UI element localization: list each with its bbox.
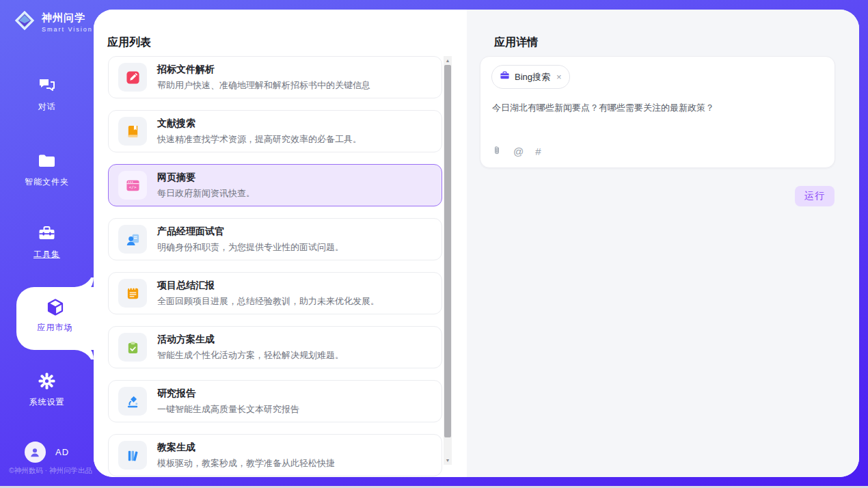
- sidebar-item-label: 应用市场: [38, 323, 73, 332]
- brand-logo: 神州问学 Smart Vision: [12, 8, 93, 36]
- app-card-web-summary[interactable]: </> 网页摘要 每日政府新闻资讯快查。: [108, 164, 442, 206]
- app-card-desc: 模板驱动，教案秒成，教学准备从此轻松快捷: [157, 457, 335, 470]
- brand-subtitle: Smart Vision: [42, 26, 93, 33]
- user-initials: AD: [55, 447, 69, 457]
- brand-name: 神州问学: [42, 12, 93, 25]
- app-card-bid-parse[interactable]: 招标文件解析 帮助用户快速、准确地理解和解析招标书中的关键信息: [108, 56, 442, 98]
- app-list-panel: 应用列表 招标文件解析 帮助用户快速、准确地理解和解析招标书中的关键信息: [94, 10, 467, 477]
- run-button[interactable]: 运行: [795, 186, 835, 206]
- attachment-toolbar: @ #: [492, 145, 541, 158]
- sidebar-item-label: 工具集: [33, 249, 60, 259]
- paperclip-icon[interactable]: [492, 145, 502, 158]
- app-card-title: 活动方案生成: [157, 334, 344, 346]
- app-list-title: 应用列表: [107, 36, 151, 50]
- app-detail-title: 应用详情: [494, 36, 538, 50]
- toolbox-icon: [38, 224, 56, 243]
- close-icon[interactable]: ×: [556, 72, 562, 81]
- app-card-pm-interviewer[interactable]: 产品经理面试官 明确身份和职责，为您提供专业性的面试问题。: [108, 218, 442, 260]
- book-icon: [118, 117, 147, 146]
- browser-code-icon: </>: [118, 171, 147, 200]
- app-card-title: 产品经理面试官: [157, 226, 344, 238]
- app-card-event-plan[interactable]: 活动方案生成 智能生成个性化活动方案，轻松解决规划难题。: [108, 326, 442, 368]
- app-card-title: 教案生成: [157, 442, 335, 454]
- app-card-desc: 全面回顾项目进展，总结经验教训，助力未来优化发展。: [157, 295, 379, 308]
- chat-icon: [38, 77, 56, 95]
- sidebar-item-settings[interactable]: 系统设置: [0, 372, 94, 408]
- scroll-up-arrow-icon[interactable]: ▲: [444, 56, 452, 65]
- app-card-title: 文献搜索: [157, 118, 362, 130]
- sidebar-item-toolset[interactable]: 工具集: [0, 224, 94, 260]
- app-card-desc: 快速精准查找学术资源，提高研究效率的必备工具。: [157, 133, 362, 146]
- doc-pen-icon: [118, 63, 147, 92]
- sidebar-item-label: 系统设置: [29, 397, 65, 407]
- app-card-title: 招标文件解析: [157, 64, 370, 76]
- app-window: 神州问学 Smart Vision 对话 智能文件夹: [0, 0, 868, 488]
- at-mention-icon[interactable]: @: [513, 146, 524, 157]
- main-content: 应用列表 招标文件解析 帮助用户快速、准确地理解和解析招标书中的关键信息: [94, 10, 859, 477]
- microscope-icon: [118, 387, 147, 416]
- hashtag-icon[interactable]: #: [535, 146, 541, 157]
- svg-text:</>: </>: [128, 185, 136, 189]
- prompt-card: Bing搜索 × 今日湖北有哪些新闻要点？有哪些需要关注的最新政策？ @ #: [480, 56, 835, 168]
- app-card-title: 网页摘要: [157, 172, 255, 184]
- folder-icon: [38, 152, 56, 170]
- user-account[interactable]: AD: [0, 442, 94, 463]
- app-card-title: 研究报告: [157, 388, 299, 400]
- copyright-footer: ©神州数码 · 神州问学出品: [0, 466, 101, 476]
- clipboard-check-icon: [118, 333, 147, 362]
- app-card-title: 项目总结汇报: [157, 280, 379, 292]
- prompt-input[interactable]: 今日湖北有哪些新闻要点？有哪些需要关注的最新政策？: [492, 102, 820, 114]
- sidebar-item-label: 对话: [38, 102, 56, 111]
- app-card-project-summary[interactable]: 项目总结汇报 全面回顾项目进展，总结经验教训，助力未来优化发展。: [108, 272, 442, 314]
- sidebar-item-app-market[interactable]: 应用市场: [16, 287, 94, 350]
- person-doc-icon: [118, 225, 147, 254]
- sidebar-item-smart-folder[interactable]: 智能文件夹: [0, 152, 94, 188]
- gear-icon: [38, 372, 56, 390]
- tool-chip-label: Bing搜索: [515, 71, 550, 83]
- app-card-desc: 明确身份和职责，为您提供专业性的面试问题。: [157, 241, 344, 254]
- tool-chip-bing-search[interactable]: Bing搜索 ×: [491, 65, 570, 89]
- cube-icon: [45, 297, 66, 318]
- app-card-list: 招标文件解析 帮助用户快速、准确地理解和解析招标书中的关键信息 文献搜索: [108, 56, 442, 477]
- app-card-literature-search[interactable]: 文献搜索 快速精准查找学术资源，提高研究效率的必备工具。: [108, 110, 442, 152]
- app-card-desc: 每日政府新闻资讯快查。: [157, 187, 255, 200]
- app-list-scrollbar[interactable]: ▲ ▼: [444, 56, 452, 465]
- sidebar-item-label: 智能文件夹: [25, 177, 69, 187]
- sidebar-item-chat[interactable]: 对话: [0, 77, 94, 113]
- app-card-research-report[interactable]: 研究报告 一键智能生成高质量长文本研究报告: [108, 380, 442, 422]
- app-card-desc: 智能生成个性化活动方案，轻松解决规划难题。: [157, 349, 344, 362]
- app-card-desc: 一键智能生成高质量长文本研究报告: [157, 403, 299, 416]
- avatar: [25, 442, 46, 463]
- scrollbar-thumb[interactable]: [444, 65, 451, 437]
- diamond-logo-icon: [12, 8, 37, 36]
- note-icon: [118, 279, 147, 308]
- briefcase-icon: [500, 70, 510, 83]
- sidebar: 神州问学 Smart Vision 对话 智能文件夹: [0, 0, 94, 486]
- app-card-desc: 帮助用户快速、准确地理解和解析招标书中的关键信息: [157, 79, 370, 92]
- app-card-lesson-plan[interactable]: 教案生成 模板驱动，教案秒成，教学准备从此轻松快捷: [108, 434, 442, 476]
- app-detail-panel: 应用详情 Bing搜索 × 今日湖北有哪些新闻要点？有哪些需要关注的最新政策？: [467, 10, 859, 477]
- scroll-down-arrow-icon[interactable]: ▼: [444, 456, 452, 465]
- books-icon: [118, 441, 147, 470]
